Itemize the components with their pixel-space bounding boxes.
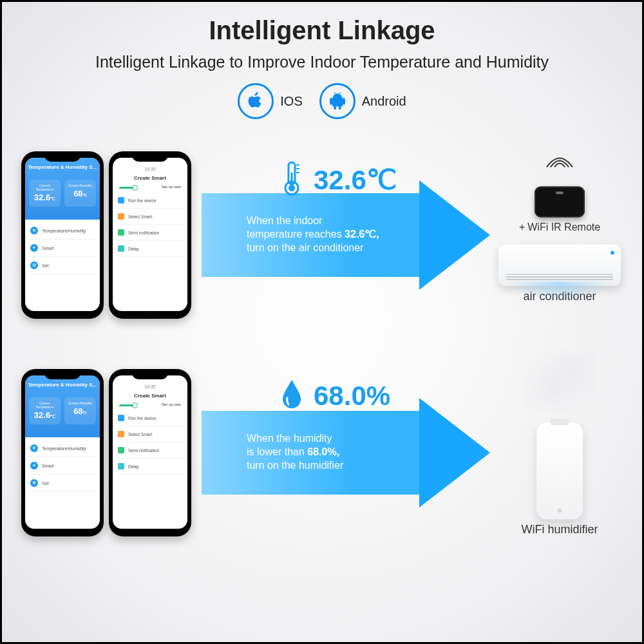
temperature-card: Current Temperature 32.6℃	[29, 180, 61, 207]
app-screenshot-sensor: ‹ Temperature & Humidity S... Current Te…	[21, 369, 104, 536]
app-screenshot-automation: 10:35 Create Smart Set up task Run the d…	[109, 151, 191, 319]
setup-task-label: Set up task	[162, 185, 181, 189]
list-item: ❄Temperature/Humidity	[29, 222, 96, 240]
temperature-threshold-value: 32.6℃	[314, 164, 397, 196]
app-screenshot-automation: 10:35 Create Smart Set up task Run the d…	[109, 369, 191, 536]
app-screenshot-sensor: ‹ Temperature & Humidity S... Current Te…	[21, 151, 104, 319]
ir-remote-label: WiFi IR Remote	[527, 222, 600, 233]
temperature-card: Current Temperature 32.6℃	[29, 397, 61, 424]
svg-rect-3	[291, 173, 293, 187]
mist-icon	[524, 352, 595, 410]
humidity-card: Current Humidity 68%	[64, 397, 96, 424]
app-title: Create Smart	[113, 175, 187, 181]
wifi-signal-icon	[540, 153, 579, 173]
droplet-icon	[279, 379, 305, 413]
list-item: Send notification	[118, 442, 182, 459]
humidifier-label: WiFi humidifier	[521, 523, 598, 536]
app-title: Temperature & Humidity S...	[25, 382, 100, 388]
list-item: ✦Smart	[29, 240, 96, 257]
app-title: Temperature & Humidity S...	[25, 164, 100, 170]
air-conditioner-device	[498, 245, 621, 286]
device-column: WiFi humidifier	[489, 397, 630, 536]
humidifier-device	[536, 422, 583, 519]
humidity-threshold-value: 68.0%	[314, 381, 390, 412]
scenario-humidity-row: ‹ Temperature & Humidity S... Current Te…	[2, 356, 642, 549]
ir-remote-device	[535, 187, 585, 218]
android-item: Android	[319, 83, 406, 119]
os-support-row: IOS Android	[2, 83, 642, 119]
android-icon	[319, 83, 355, 119]
list-item: Delay	[118, 241, 182, 257]
list-item: ⚙Set	[29, 257, 96, 274]
list-item: Run the device	[118, 410, 182, 426]
list-item: ❄Temperature/Humidity	[29, 440, 96, 457]
list-item: Select Smart	[118, 209, 182, 225]
device-column: + WiFi IR Remote air conditioner	[489, 167, 630, 303]
android-label: Android	[362, 94, 406, 109]
arrow-right-icon: 68.0% When the humidity is lower than 68…	[202, 398, 491, 507]
page-title: Intelligent Linkage	[2, 16, 642, 45]
plus-icon: +	[519, 222, 525, 233]
setup-task-label: Set up task	[162, 402, 181, 406]
list-item: ⚙Set	[29, 475, 96, 492]
apple-icon	[238, 83, 274, 119]
scenario-description: When the indoor temperature reaches 32.6…	[247, 214, 421, 254]
ios-item: IOS	[238, 83, 302, 119]
scenario-description: When the humidity is lower than 68.0%, t…	[247, 431, 421, 472]
list-item: ✦Smart	[29, 457, 96, 475]
list-item: Send notification	[118, 225, 182, 241]
phone-mockups: ‹ Temperature & Humidity S... Current Te…	[21, 369, 191, 536]
app-title: Create Smart	[113, 393, 187, 399]
scenario-temperature-row: ‹ Temperature & Humidity S... Current Te…	[2, 138, 642, 332]
list-item: Select Smart	[118, 426, 182, 442]
phone-mockups: ‹ Temperature & Humidity S... Current Te…	[21, 151, 191, 319]
list-item: Delay	[118, 459, 182, 475]
arrow-right-icon: 32.6℃ When the indoor temperature reache…	[202, 180, 491, 290]
thermometer-icon	[279, 161, 305, 198]
page-subtitle: Intelligent Linkage to Improve Indoor Te…	[2, 53, 642, 71]
list-item: Run the device	[118, 193, 182, 209]
humidity-card: Current Humidity 68%	[64, 180, 96, 207]
ios-label: IOS	[280, 94, 302, 109]
